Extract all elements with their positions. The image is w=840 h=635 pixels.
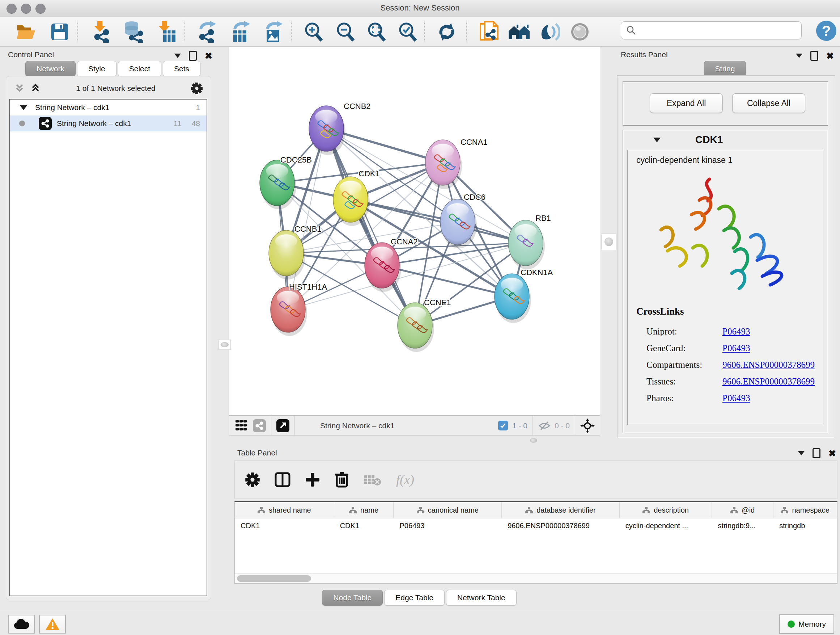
expand-all-button[interactable]: Expand All [650,93,723,113]
horizontal-splitter-handle[interactable] [527,437,540,443]
selected-checkbox-icon[interactable] [498,421,508,431]
node-RB1[interactable]: RB1 [508,214,551,269]
export-network-icon[interactable] [195,20,219,44]
crosslink-link[interactable]: P06493 [722,343,750,353]
table-cell[interactable]: P06493 [393,518,502,533]
panel-menu-caret-icon[interactable] [174,54,181,58]
tab-sets[interactable]: Sets [163,61,201,77]
toolbar-search[interactable] [621,21,802,40]
node-CCNE1[interactable]: CCNE1 [398,298,451,352]
show-hide-graphics-details-icon[interactable] [538,20,561,44]
node-CCNB2[interactable]: CCNB2 [309,102,371,155]
import-table-icon[interactable] [155,20,179,44]
panel-menu-caret-icon[interactable] [796,54,802,58]
column-header-canonical-name[interactable]: canonical name [393,502,502,518]
crosslink-link[interactable]: P06493 [722,326,750,337]
table-horizontal-scrollbar[interactable] [235,573,837,583]
warning-status-button[interactable] [39,615,66,633]
import-network-database-icon[interactable] [122,20,146,44]
close-panel-icon[interactable]: ✖ [826,51,834,60]
crosslink-link[interactable]: 9606.ENSP00000378699 [722,360,815,370]
network-collection-row[interactable]: String Network – cdk1 1 [10,100,207,116]
close-panel-icon[interactable]: ✖ [205,51,212,60]
column-label: @id [742,506,755,515]
control-panel-title: Control Panel [8,50,54,59]
float-panel-icon[interactable] [189,51,197,61]
zoom-fit-content-icon[interactable] [365,20,388,44]
show-columns-icon[interactable] [275,472,291,488]
save-session-floppy-icon[interactable] [48,20,72,44]
network-share-view-icon[interactable] [253,419,266,432]
import-network-icon[interactable] [90,20,114,44]
export-image-icon[interactable] [261,20,285,44]
table-row[interactable]: CDK1CDK1P064939606.ENSP00000378699cyclin… [235,518,837,533]
cloud-status-button[interactable] [8,615,35,633]
table-cell[interactable]: cyclin-dependent ... [620,518,712,533]
detach-view-arrow-icon[interactable] [276,419,289,432]
tab-select[interactable]: Select [118,61,161,77]
clone-network-document-icon[interactable] [477,20,501,44]
column-header-shared-name[interactable]: shared name [235,502,334,518]
node-table[interactable]: shared namenamecanonical namedatabase id… [234,501,837,584]
delete-column-trash-icon[interactable] [335,471,349,488]
help-icon[interactable]: ? [816,21,836,41]
node-CDKN1A[interactable]: CDKN1A [494,268,553,323]
tab-network[interactable]: Network [25,61,76,77]
node-HIST1H1A[interactable]: HIST1H1A [271,282,327,336]
zoom-out-icon[interactable] [333,20,357,44]
tree-expand-caret-icon[interactable] [20,105,27,110]
zoom-in-icon[interactable] [302,20,325,44]
gene-collapse-caret-icon[interactable] [653,138,660,142]
panel-menu-caret-icon[interactable] [798,451,805,455]
grid-view-icon[interactable] [235,419,248,432]
tab-network-table[interactable]: Network Table [446,590,516,606]
crosslink-link[interactable]: P06493 [722,393,750,403]
collapse-all-button[interactable]: Collapse All [732,93,805,113]
network-selection-status: 1 of 1 Network selected [41,84,191,93]
zoom-selected-icon[interactable] [396,20,420,44]
node-CCNA1[interactable]: CCNA1 [425,138,488,189]
tab-node-table[interactable]: Node Table [322,590,383,606]
birdseye-crosshair-icon[interactable] [580,418,595,433]
add-column-plus-icon[interactable] [305,472,320,487]
close-panel-icon[interactable]: ✖ [829,449,836,458]
memory-button[interactable]: Memory [779,614,834,634]
refresh-view-icon[interactable] [435,20,459,44]
column-header-name[interactable]: name [334,502,394,518]
hidden-eye-slash-icon[interactable] [538,420,551,431]
network-share-icon [39,117,52,130]
network-canvas[interactable]: CCNB2CCNA1CDC25BCDK1CDC6RB1CCNB1CCNA2CDK… [229,47,600,416]
crosslink-link[interactable]: 9606.ENSP00000378699 [722,377,815,386]
node-CDC6[interactable]: CDC6 [440,193,485,249]
column-header-@id[interactable]: @id [712,502,774,518]
search-input[interactable] [636,26,801,35]
right-splitter-handle[interactable] [601,233,616,250]
level-of-detail-sphere-icon[interactable] [568,20,592,44]
table-cell[interactable]: CDK1 [334,518,394,533]
float-panel-icon[interactable] [813,448,821,458]
scrollbar-thumb[interactable] [237,575,311,582]
table-options-gear-icon[interactable] [245,472,260,487]
tab-string[interactable]: String [704,61,746,77]
tab-style[interactable]: Style [77,61,117,77]
tab-edge-table[interactable]: Edge Table [384,590,445,606]
open-session-folder-icon[interactable] [14,20,38,44]
export-table-icon[interactable] [229,20,253,44]
table-cell[interactable]: stringdb:9... [712,518,774,533]
network-row-selected[interactable]: String Network – cdk1 11 48 [10,116,207,131]
table-cell[interactable]: 9606.ENSP00000378699 [502,518,620,533]
collapse-all-chevrons-icon[interactable] [14,83,25,94]
gene-section-header[interactable]: CDK1 [623,130,828,149]
column-header-description[interactable]: description [620,502,712,518]
column-header-database-identifier[interactable]: database identifier [502,502,620,518]
float-panel-icon[interactable] [810,51,818,61]
node-CDK1[interactable]: CDK1 [333,169,380,226]
left-splitter-handle[interactable] [218,340,231,350]
column-header-namespace[interactable]: namespace [774,502,837,518]
edge-CCNB2-CCNE1[interactable] [326,128,415,325]
houses-icon[interactable] [507,20,531,44]
network-options-gear-icon[interactable] [191,82,203,95]
table-cell[interactable]: stringdb [774,518,837,533]
expand-all-chevrons-icon[interactable] [30,83,41,94]
table-cell[interactable]: CDK1 [235,518,334,533]
